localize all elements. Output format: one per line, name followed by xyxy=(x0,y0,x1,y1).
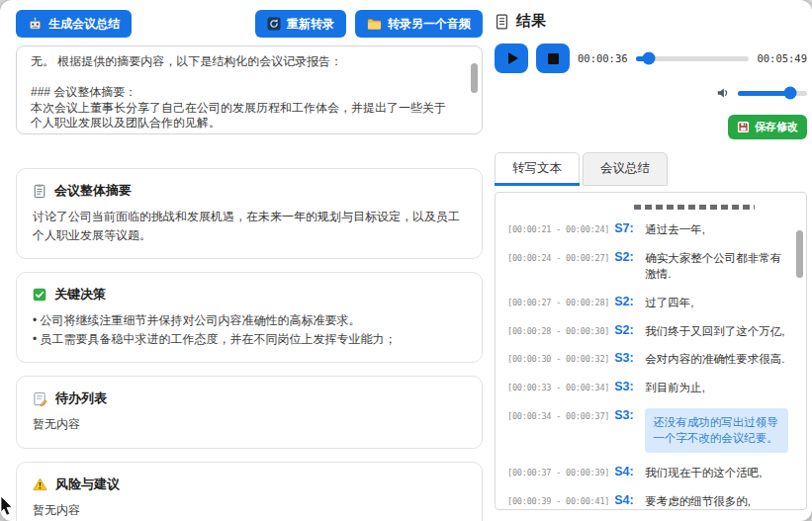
speaker-label: S3: xyxy=(614,408,640,422)
transcript-row: [00:00:39 - 00:00:41] S4: 要考虑的细节很多的, xyxy=(507,493,794,510)
summary-editor[interactable]: 无。 根据提供的摘要内容，以下是结构化的会议记录报告： ### 会议整体摘要： … xyxy=(16,45,483,134)
card-todo-list: 待办列表 暂无内容 xyxy=(16,376,483,449)
transcript-text[interactable]: 我们终于又回到了这个万亿, xyxy=(645,323,794,340)
refresh-icon xyxy=(267,17,281,31)
transcript-text[interactable]: 会对内容的准确性要求很高. xyxy=(645,351,794,368)
card-todo-list-title: 待办列表 xyxy=(55,390,107,407)
transcript-row: [00:00:30 - 00:00:32] S3: 会对内容的准确性要求很高. xyxy=(507,351,794,368)
volume-thumb[interactable] xyxy=(784,87,797,100)
summary-panel: 生成会议总结 重新转录 转录另一个音频 无。 根据提供的摘要内容，以下是结构化的… xyxy=(16,10,483,521)
folder-icon xyxy=(367,18,382,31)
speaker-label: S4: xyxy=(614,465,640,478)
transcript-text[interactable]: 要考虑的细节很多的, xyxy=(645,493,794,510)
robot-icon xyxy=(28,17,43,32)
card-risks-content: 暂无内容 xyxy=(33,501,466,520)
speaker-label: S2: xyxy=(614,295,640,308)
mouse-cursor xyxy=(0,496,16,521)
transcript-row-highlighted: [00:00:34 - 00:00:37] S3: 还没有成功的写出过领导一个字… xyxy=(507,408,794,453)
speaker-label: S2: xyxy=(614,323,640,337)
save-changes-button[interactable]: 保存修改 xyxy=(728,115,807,139)
transcript-timestamp: [00:00:28 - 00:00:30] xyxy=(507,323,609,336)
speaker-icon xyxy=(716,86,730,100)
transcribe-another-label: 转录另一个音频 xyxy=(388,16,471,33)
speaker-label: S3: xyxy=(614,380,640,393)
transcript-timestamp: [00:00:34 - 00:00:37] xyxy=(507,408,609,421)
transcript-text[interactable]: 通过去一年, xyxy=(645,221,794,238)
total-time: 00:05:49 xyxy=(757,52,807,64)
card-key-decisions-title: 关键决策 xyxy=(54,286,106,304)
card-todo-list-content: 暂无内容 xyxy=(33,415,466,434)
editor-scrollbar[interactable] xyxy=(471,63,478,93)
transcript-row: [00:00:28 - 00:00:30] S2: 我们终于又回到了这个万亿, xyxy=(507,323,794,340)
toolbar: 生成会议总结 重新转录 转录另一个音频 xyxy=(16,10,483,38)
transcribe-another-button[interactable]: 转录另一个音频 xyxy=(355,10,483,38)
card-key-decisions: 关键决策 公司将继续注重细节并保持对公司内容准确性的高标准要求。 员工需要具备稳… xyxy=(16,272,483,363)
speaker-label: S7: xyxy=(614,221,640,235)
transcript-timestamp: [00:00:39 - 00:00:41] xyxy=(507,493,609,506)
decision-item: 员工需要具备稳中求进的工作态度，并在不同岗位上发挥专业能力； xyxy=(33,330,466,349)
volume-fill xyxy=(738,91,790,96)
current-time: 00:00:36 xyxy=(578,52,628,64)
transcript-text[interactable]: 过了四年, xyxy=(645,295,794,311)
transcript-timestamp: [00:00:24 - 00:00:27] xyxy=(507,250,609,263)
floppy-disk-icon xyxy=(737,121,750,133)
clipped-transcript-row xyxy=(634,205,755,210)
clipboard-icon xyxy=(33,184,46,199)
check-icon xyxy=(33,288,46,302)
stop-icon xyxy=(548,53,559,64)
retranscribe-label: 重新转录 xyxy=(287,16,334,33)
transcript-row: [00:00:27 - 00:00:28] S2: 过了四年, xyxy=(507,295,794,311)
meeting-transcription-app: 生成会议总结 重新转录 转录另一个音频 无。 根据提供的摘要内容，以下是结构化的… xyxy=(0,0,812,521)
tab-meeting-summary[interactable]: 会议总结 xyxy=(583,152,668,186)
transcript-row: [00:00:37 - 00:00:39] S4: 我们现在干的这个活吧, xyxy=(507,465,794,481)
memo-icon xyxy=(33,391,47,406)
transcript-scrollbar[interactable] xyxy=(796,230,803,278)
save-changes-label: 保存修改 xyxy=(755,120,798,134)
transcript-timestamp: [00:00:33 - 00:00:34] xyxy=(507,380,609,392)
document-icon xyxy=(495,14,509,30)
transcript-row: [00:00:24 - 00:00:27] S2: 确实大家整个公司都非常有激情… xyxy=(507,250,794,283)
decision-item: 公司将继续注重细节并保持对公司内容准确性的高标准要求。 xyxy=(33,311,466,330)
play-icon xyxy=(508,52,518,64)
transcript-timestamp: [00:00:27 - 00:00:28] xyxy=(507,295,609,307)
volume-slider[interactable] xyxy=(738,91,807,96)
audio-player: 00:00:36 00:05:49 xyxy=(495,43,807,73)
retranscribe-button[interactable]: 重新转录 xyxy=(255,10,346,38)
transcript-text[interactable]: 我们现在干的这个活吧, xyxy=(645,465,794,481)
transcript-text-highlighted[interactable]: 还没有成功的写出过领导一个字不改的会议纪要。 xyxy=(645,408,788,453)
speaker-label: S4: xyxy=(614,493,640,507)
volume-control xyxy=(495,86,807,100)
card-meeting-summary-title: 会议整体摘要 xyxy=(54,182,132,200)
transcript-timestamp: [00:00:37 - 00:00:39] xyxy=(507,465,609,478)
result-tabs: 转写文本 会议总结 xyxy=(495,152,807,186)
transcript-timestamp: [00:00:30 - 00:00:32] xyxy=(507,351,609,364)
card-risks: 风险与建议 暂无内容 xyxy=(16,462,483,521)
stop-button[interactable] xyxy=(536,43,570,73)
generate-summary-button[interactable]: 生成会议总结 xyxy=(16,10,132,38)
result-panel: 结果 00:00:36 00:05:49 xyxy=(495,12,807,521)
progress-thumb[interactable] xyxy=(643,52,656,65)
transcript-list[interactable]: [00:00:21 - 00:00:24] S7: 通过去一年, [00:00:… xyxy=(495,192,807,510)
card-meeting-summary: 会议整体摘要 讨论了公司当前面临的挑战和发展机遇，在未来一年的规划与目标设定，以… xyxy=(16,168,483,259)
play-button[interactable] xyxy=(495,43,528,73)
speaker-label: S3: xyxy=(614,351,640,365)
card-risks-title: 风险与建议 xyxy=(55,476,120,493)
transcript-text[interactable]: 到目前为止, xyxy=(645,380,794,396)
card-meeting-summary-content: 讨论了公司当前面临的挑战和发展机遇，在未来一年的规划与目标设定，以及员工个人职业… xyxy=(33,208,466,244)
warning-icon xyxy=(33,478,47,491)
generate-summary-label: 生成会议总结 xyxy=(48,16,120,33)
progress-slider[interactable] xyxy=(636,56,750,61)
speaker-label: S2: xyxy=(614,250,640,264)
transcript-row: [00:00:21 - 00:00:24] S7: 通过去一年, xyxy=(507,221,794,238)
transcript-row: [00:00:33 - 00:00:34] S3: 到目前为止, xyxy=(507,380,794,396)
tab-transcript[interactable]: 转写文本 xyxy=(495,152,580,186)
transcript-timestamp: [00:00:21 - 00:00:24] xyxy=(507,221,609,234)
transcript-text[interactable]: 确实大家整个公司都非常有激情. xyxy=(645,250,794,283)
result-title: 结果 xyxy=(516,12,546,31)
